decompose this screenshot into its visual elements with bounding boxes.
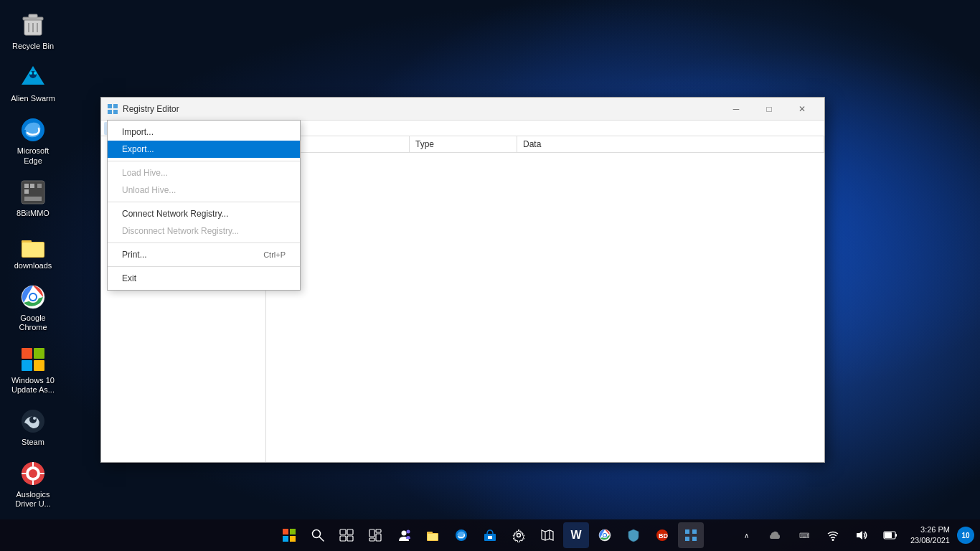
taskbar-search-button[interactable]: [305, 522, 331, 548]
menu-print[interactable]: Print... Ctrl+P: [108, 246, 300, 263]
window-controls: ─ □ ✕: [720, 98, 819, 121]
menu-disconnect-network: Disconnect Network Registry...: [108, 222, 300, 240]
tray-wifi-icon[interactable]: [820, 522, 846, 548]
menu-exit[interactable]: Exit: [108, 270, 300, 287]
desktop-icon-windows-update[interactable]: Windows 10 Update As...: [7, 342, 59, 397]
downloads-icon: [18, 230, 48, 260]
desktop: Recycle Bin Alien Swarm: [0, 0, 980, 551]
svg-rect-82: [885, 532, 892, 538]
clock[interactable]: 3:26 PM 23/08/2021: [908, 524, 953, 547]
svg-rect-45: [290, 536, 296, 542]
alien-swarm-icon: [18, 62, 48, 93]
taskbar-maps-button[interactable]: [534, 522, 560, 548]
svg-rect-42: [283, 529, 288, 534]
windows-update-label: Windows 10 Update As...: [10, 376, 56, 395]
svg-rect-2: [29, 14, 37, 18]
taskbar-settings-button[interactable]: [506, 522, 532, 548]
desktop-icon-chrome[interactable]: Google Chrome: [7, 279, 59, 335]
desktop-icon-recycle-bin[interactable]: Recycle Bin: [7, 7, 59, 54]
tray-cloud-icon[interactable]: [763, 522, 788, 548]
taskbar-start-button[interactable]: [276, 522, 302, 548]
svg-point-8: [29, 72, 32, 75]
taskbar-edge-button[interactable]: [448, 522, 474, 548]
menu-connect-network[interactable]: Connect Network Registry...: [108, 205, 300, 222]
desktop-icon-alien-swarm[interactable]: Alien Swarm: [7, 60, 59, 106]
taskbar-explorer-button[interactable]: [420, 522, 446, 548]
svg-marker-65: [542, 530, 553, 540]
auslogics-label: Auslogics Driver U...: [10, 490, 56, 509]
taskbar-registry-button[interactable]: [678, 522, 704, 548]
svg-point-56: [402, 531, 407, 536]
svg-rect-43: [290, 529, 296, 534]
auslogics-icon: [18, 458, 48, 489]
downloads-label: downloads: [14, 261, 52, 270]
data-table-header: Name Type Data: [266, 136, 824, 153]
svg-text:BD: BD: [659, 532, 668, 540]
minimize-button[interactable]: ─: [720, 98, 753, 121]
taskbar-word-button[interactable]: W: [563, 522, 589, 548]
svg-rect-53: [376, 529, 381, 532]
svg-rect-27: [34, 360, 44, 371]
desktop-icon-downloads[interactable]: downloads: [7, 227, 59, 273]
notification-area[interactable]: 10: [957, 527, 974, 544]
window-titlebar: Registry Editor ─ □ ✕: [101, 98, 824, 121]
svg-rect-54: [376, 534, 381, 541]
svg-point-33: [29, 469, 37, 478]
svg-rect-49: [347, 529, 353, 534]
close-button[interactable]: ✕: [786, 98, 819, 121]
svg-rect-81: [895, 534, 897, 537]
menu-load-hive: Load Hive...: [108, 164, 300, 182]
tray-battery-icon[interactable]: [877, 522, 903, 548]
svg-rect-15: [37, 184, 42, 188]
svg-rect-39: [113, 104, 118, 108]
tray-keyboard-icon[interactable]: ⌨: [791, 522, 817, 548]
file-dropdown-menu: Import... Export... Load Hive... Unload …: [107, 120, 301, 291]
taskbar-store-button[interactable]: [477, 522, 503, 548]
taskbar-right: ∧ ⌨: [734, 522, 974, 548]
maximize-button[interactable]: □: [753, 98, 786, 121]
edge-label: Microsoft Edge: [10, 146, 56, 165]
steam-label: Steam: [22, 438, 44, 447]
tray-volume-icon[interactable]: [849, 522, 875, 548]
taskbar-teams-button[interactable]: [391, 522, 417, 548]
menu-export[interactable]: Export...: [108, 141, 300, 158]
alien-swarm-label: Alien Swarm: [11, 94, 55, 103]
clock-time: 3:26 PM: [910, 524, 950, 535]
svg-rect-40: [108, 110, 112, 114]
svg-rect-26: [22, 360, 32, 371]
menu-sep-3: [108, 242, 300, 243]
menu-sep-1: [108, 161, 300, 161]
svg-point-30: [33, 417, 36, 420]
taskbar-widgets-button[interactable]: [362, 522, 388, 548]
data-panel: Name Type Data: [266, 136, 824, 462]
desktop-icon-steam[interactable]: Steam: [7, 403, 59, 450]
steam-icon: [18, 406, 48, 436]
notification-badge[interactable]: 10: [957, 527, 974, 544]
svg-point-64: [517, 534, 521, 537]
taskbar-chrome-button[interactable]: [592, 522, 618, 548]
svg-rect-75: [692, 529, 697, 534]
menu-unload-hive: Unload Hive...: [108, 182, 300, 199]
tray-expand-button[interactable]: ∧: [734, 522, 760, 548]
svg-rect-77: [692, 537, 697, 541]
svg-rect-24: [22, 348, 32, 359]
svg-rect-13: [30, 184, 34, 188]
svg-marker-79: [857, 531, 862, 540]
svg-rect-50: [340, 536, 346, 541]
svg-rect-19: [22, 242, 44, 257]
desktop-icon-edge[interactable]: Microsoft Edge: [7, 112, 59, 168]
8bitmmo-icon: [18, 177, 48, 207]
desktop-icon-auslogics[interactable]: Auslogics Driver U...: [7, 456, 59, 512]
taskbar-bitdefender-button[interactable]: BD: [649, 522, 675, 548]
col-header-type: Type: [410, 136, 517, 152]
taskbar-security-button[interactable]: [621, 522, 646, 548]
svg-rect-52: [369, 529, 374, 537]
taskbar-taskview-button[interactable]: [334, 522, 359, 548]
taskbar-center: W: [276, 522, 704, 548]
chrome-label: Google Chrome: [10, 314, 56, 332]
recycle-bin-label: Recycle Bin: [12, 42, 54, 51]
svg-rect-14: [24, 189, 29, 194]
desktop-icon-8bitmmo[interactable]: 8BitMMO: [7, 174, 59, 221]
desktop-icon-area: Recycle Bin Alien Swarm: [7, 7, 59, 512]
menu-import[interactable]: Import...: [108, 123, 300, 141]
